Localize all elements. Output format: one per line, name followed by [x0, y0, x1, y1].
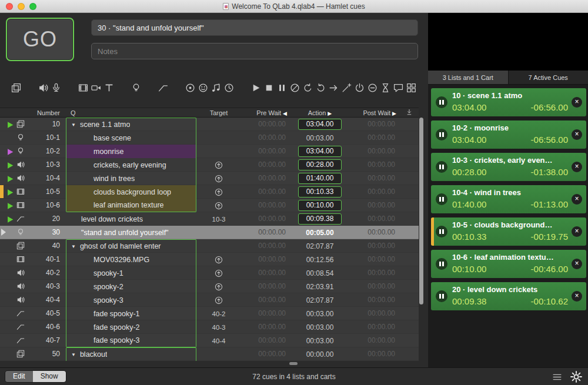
stop-cue-button[interactable]: ×: [572, 129, 582, 140]
pause-cue-button[interactable]: [436, 258, 447, 270]
text-cue-icon[interactable]: [102, 81, 115, 95]
pre-wait-value[interactable]: 00:00.00: [241, 212, 286, 225]
cue-row-40-7[interactable]: 40-7fade spooky-340-400:00.0000:03.0000:…: [0, 334, 419, 347]
load-cue-icon[interactable]: [288, 81, 301, 95]
action-value[interactable]: 00:10.33: [288, 185, 352, 199]
goto-cue-icon[interactable]: [327, 81, 340, 95]
devamp-cue-icon[interactable]: [314, 81, 327, 95]
disarm-cue-icon[interactable]: [366, 81, 379, 95]
stop-cue-button[interactable]: ×: [572, 97, 582, 108]
pause-cue-button[interactable]: [436, 96, 447, 108]
action-countdown-box[interactable]: 03:04.00: [298, 146, 342, 157]
action-value[interactable]: 00:03.00: [288, 320, 352, 334]
pause-cue-button[interactable]: [436, 226, 447, 237]
pre-wait-value[interactable]: 00:00.00: [241, 172, 286, 185]
action-countdown-box[interactable]: 00:09.38: [298, 213, 342, 225]
action-value[interactable]: 00:08.54: [288, 266, 352, 280]
cue-row-10-1[interactable]: 10-1base scene00:00.0000:03.0000:00.00: [0, 131, 419, 145]
collapse-right-icon-2[interactable]: ▶: [392, 111, 396, 116]
cue-row-40-1[interactable]: 40-1MOV03296.MPG00:00.0000:12.5600:00.00: [0, 253, 419, 266]
post-wait-value[interactable]: 00:00.00: [352, 334, 395, 347]
cue-row-10-4[interactable]: 10-4wind in trees00:00.0001:40.0000:00.0…: [0, 172, 419, 185]
cue-row-10-5[interactable]: 10-5clouds background loop00:00.0000:10.…: [0, 185, 419, 199]
pre-wait-value[interactable]: 00:00.00: [241, 266, 286, 279]
active-cue-row[interactable]: 10-4 · wind in trees01:40.00-01:13.00×: [431, 185, 586, 213]
post-wait-value[interactable]: 00:00.00: [352, 118, 395, 130]
show-mode-button[interactable]: Show: [33, 371, 66, 382]
pre-wait-value[interactable]: 00:00.00: [241, 280, 286, 293]
collapse-right-icon[interactable]: ▶: [328, 111, 332, 116]
post-wait-value[interactable]: 00:00.00: [352, 131, 395, 144]
cue-row-30[interactable]: 30"stand and unfold yourself"00:00.0000:…: [0, 226, 419, 239]
standby-cue-field[interactable]: [91, 19, 418, 36]
cue-row-40-4[interactable]: 40-4spooky-300:00.0002:07.8700:00.00: [0, 293, 419, 307]
camera-cue-icon[interactable]: [89, 81, 102, 95]
post-wait-value[interactable]: 00:00.00: [352, 199, 395, 212]
cue-row-20[interactable]: 20level down crickets10-300:00.0000:09.3…: [0, 212, 419, 226]
column-pre-wait[interactable]: Pre Wait◀: [233, 108, 287, 118]
post-wait-value[interactable]: 00:00.00: [352, 266, 395, 279]
stop-cue-button[interactable]: ×: [572, 194, 582, 205]
cue-row-40[interactable]: 40▼ghost of old hamlet enter00:00.0002:0…: [0, 239, 419, 253]
disclosure-triangle[interactable]: ▼: [71, 352, 76, 357]
active-cue-row[interactable]: 10-5 · clouds background…00:10.33-00:19.…: [431, 217, 586, 246]
arm-cue-icon[interactable]: [353, 81, 366, 95]
post-wait-value[interactable]: 00:00.00: [352, 293, 395, 306]
disclosure-triangle[interactable]: ▼: [71, 244, 76, 249]
pre-wait-value[interactable]: 00:00.00: [241, 239, 286, 252]
pre-wait-value[interactable]: 00:00.00: [241, 158, 286, 171]
tab-active-cues[interactable]: 7 Active Cues: [509, 71, 588, 85]
gear-icon[interactable]: [570, 371, 582, 383]
action-value[interactable]: 00:12.56: [288, 253, 352, 266]
pre-wait-value[interactable]: 00:00.00: [241, 347, 286, 360]
timecode-cue-icon[interactable]: [222, 81, 235, 95]
action-value[interactable]: 02:07.87: [288, 239, 352, 253]
stop-cue-button[interactable]: ×: [572, 162, 582, 172]
column-post-wait[interactable]: Post Wait▶: [342, 108, 396, 118]
vertical-scrollbar[interactable]: [419, 118, 423, 304]
column-q[interactable]: Q: [71, 108, 76, 118]
disclosure-triangle[interactable]: ▼: [71, 122, 76, 128]
action-countdown-box[interactable]: 00:10.33: [298, 186, 342, 197]
post-wait-value[interactable]: 00:00.00: [352, 280, 395, 293]
post-wait-value[interactable]: 00:00.00: [352, 158, 395, 171]
action-value[interactable]: 00:09.38: [288, 212, 352, 226]
post-wait-value[interactable]: 00:00.00: [352, 145, 395, 158]
action-value[interactable]: 03:04.00: [288, 118, 352, 131]
midi-file-cue-icon[interactable]: [209, 81, 222, 95]
post-wait-value[interactable]: 00:00.00: [352, 347, 395, 360]
edit-mode-button[interactable]: Edit: [5, 371, 33, 382]
action-value[interactable]: 03:04.00: [288, 145, 352, 158]
network-cue-icon[interactable]: [183, 81, 196, 95]
post-wait-value[interactable]: 00:00.00: [352, 253, 395, 266]
pause-cue-icon[interactable]: [275, 81, 288, 95]
pause-cue-button[interactable]: [436, 290, 447, 302]
action-value[interactable]: 00:28.00: [288, 158, 352, 172]
go-button[interactable]: GO: [6, 18, 74, 61]
pause-cue-button[interactable]: [436, 193, 447, 205]
action-value[interactable]: 02:07.87: [288, 293, 352, 307]
pause-cue-button[interactable]: [436, 129, 447, 140]
pre-wait-value[interactable]: 00:00.00: [241, 226, 286, 239]
column-number[interactable]: Number: [24, 108, 60, 118]
notes-input[interactable]: [91, 43, 418, 59]
cue-row-40-5[interactable]: 40-5fade spooky-140-200:00.0000:03.0000:…: [0, 307, 419, 320]
cart-cue-icon[interactable]: [405, 81, 417, 95]
pre-wait-value[interactable]: 00:00.00: [241, 320, 286, 333]
pre-wait-value[interactable]: 00:00.00: [241, 253, 286, 266]
pre-wait-value[interactable]: 00:00.00: [241, 145, 286, 158]
cue-row-40-6[interactable]: 40-6fade spooky-240-300:00.0000:03.0000:…: [0, 320, 419, 334]
group-cue-icon[interactable]: [9, 81, 22, 95]
pre-wait-value[interactable]: 00:00.00: [241, 118, 286, 130]
wait-cue-icon[interactable]: [379, 81, 392, 95]
pause-cue-button[interactable]: [436, 161, 447, 173]
post-wait-value[interactable]: 00:00.00: [352, 320, 395, 333]
action-value[interactable]: 00:03.00: [288, 334, 352, 347]
pre-wait-value[interactable]: 00:00.00: [241, 131, 286, 144]
list-view-icon[interactable]: [552, 372, 562, 382]
light-cue-icon[interactable]: [129, 81, 142, 95]
reset-cue-icon[interactable]: [301, 81, 314, 95]
pre-wait-value[interactable]: 00:00.00: [241, 199, 286, 212]
video-cue-icon[interactable]: [76, 81, 89, 95]
action-countdown-box[interactable]: 01:40.00: [298, 173, 342, 184]
